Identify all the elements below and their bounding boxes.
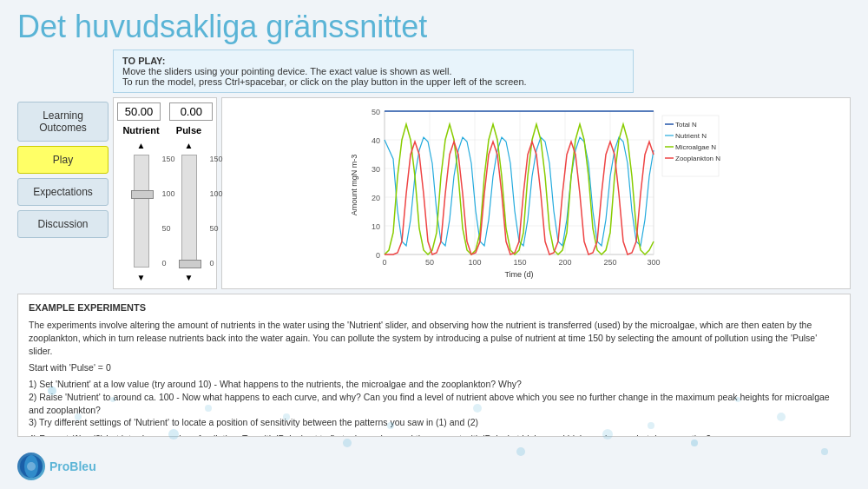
svg-text:30: 30 <box>371 165 379 174</box>
svg-text:40: 40 <box>371 136 379 145</box>
page-title: Det huvudsakliga gränssnittet <box>0 0 868 50</box>
svg-text:Microalgae N: Microalgae N <box>675 143 716 151</box>
nutrient-slider-col: ▲ 150 100 50 0 ▼ <box>133 138 150 284</box>
svg-text:10: 10 <box>371 222 379 231</box>
pulse-slider-track[interactable] <box>181 155 197 268</box>
nutrient-value-display: 50.00 <box>117 102 161 121</box>
svg-point-6 <box>516 447 525 456</box>
instruction-line2: To run the model, press Ctrl+spacebar, o… <box>122 76 527 87</box>
experiments-heading: EXAMPLE EXPERIMENTS <box>29 301 839 314</box>
svg-text:0: 0 <box>375 251 379 260</box>
logo-area: ProBleu <box>17 453 96 480</box>
svg-text:50: 50 <box>371 108 379 116</box>
nutrient-label: Nutrient <box>120 125 163 135</box>
svg-point-10 <box>821 448 828 455</box>
pulse-value-display: 0.00 <box>169 102 213 121</box>
pulse-down-arrow[interactable]: ▼ <box>181 270 198 284</box>
experiment-step-4: 4) Repeat (1) .. (3) but introduce a pul… <box>29 433 839 437</box>
svg-text:200: 200 <box>558 258 571 267</box>
pulse-up-arrow[interactable]: ▲ <box>181 138 198 152</box>
instruction-heading: TO PLAY: <box>122 56 165 66</box>
nutrient-slider-thumb[interactable] <box>131 190 154 199</box>
svg-text:50: 50 <box>424 258 433 267</box>
svg-text:100: 100 <box>468 258 481 267</box>
svg-point-56 <box>27 462 36 471</box>
play-button[interactable]: Play <box>17 146 108 174</box>
nutrient-up-arrow[interactable]: ▲ <box>133 138 150 152</box>
discussion-button[interactable]: Discussion <box>17 210 108 238</box>
svg-text:Zooplankton N: Zooplankton N <box>675 155 720 162</box>
nutrient-slider-track[interactable] <box>134 155 149 268</box>
learning-outcomes-button[interactable]: Learning Outcomes <box>17 102 108 142</box>
slider-values: 50.00 0.00 <box>117 102 214 121</box>
experiments-start: Start with 'Pulse' = 0 <box>29 361 839 374</box>
svg-point-4 <box>343 439 352 447</box>
svg-text:Nutrient N: Nutrient N <box>675 132 707 140</box>
svg-text:Total N: Total N <box>675 121 697 129</box>
pulse-slider-thumb[interactable] <box>179 260 201 268</box>
sliders-section: 50.00 0.00 Nutrient Pulse ▲ <box>113 97 217 289</box>
svg-text:150: 150 <box>513 258 526 267</box>
svg-text:20: 20 <box>371 194 379 202</box>
nutrient-down-arrow[interactable]: ▼ <box>133 270 150 284</box>
pulse-slider-col: ▲ 150 100 50 0 ▼ <box>181 138 198 284</box>
experiment-step-1: 1) Set 'Nutrient' at a low value (try ar… <box>29 378 839 391</box>
experiments-intro: The experiments involve altering the amo… <box>29 319 839 357</box>
logo-text: ProBleu <box>49 459 96 473</box>
nav-buttons: Learning Outcomes Play Expectations Disc… <box>17 97 108 289</box>
sliders-row: ▲ 150 100 50 0 ▼ <box>133 138 198 284</box>
svg-text:300: 300 <box>647 258 660 267</box>
bottom-section: EXAMPLE EXPERIMENTS The experiments invo… <box>17 294 851 437</box>
experiment-step-3: 3) Try different settings of 'Nutrient' … <box>29 416 839 429</box>
chart-section: 0 10 20 30 40 50 0 50 100 150 200 250 30… <box>221 97 851 289</box>
svg-text:250: 250 <box>603 258 616 267</box>
svg-point-8 <box>691 439 698 446</box>
svg-rect-16 <box>385 111 654 254</box>
chart-svg: 0 10 20 30 40 50 0 50 100 150 200 250 30… <box>350 107 723 281</box>
instruction-line1: Move the sliders using your pointing dev… <box>122 66 452 76</box>
svg-text:Amount mgN m-3: Amount mgN m-3 <box>350 154 358 215</box>
logo-icon <box>17 453 45 480</box>
instruction-box: TO PLAY: Move the sliders using your poi… <box>113 50 634 93</box>
pulse-label: Pulse <box>168 125 211 135</box>
experiment-step-2: 2) Raise 'Nutrient' to around ca. 100 - … <box>29 391 839 416</box>
svg-text:0: 0 <box>382 258 386 267</box>
svg-text:Time (d): Time (d) <box>504 270 533 279</box>
expectations-button[interactable]: Expectations <box>17 178 108 206</box>
